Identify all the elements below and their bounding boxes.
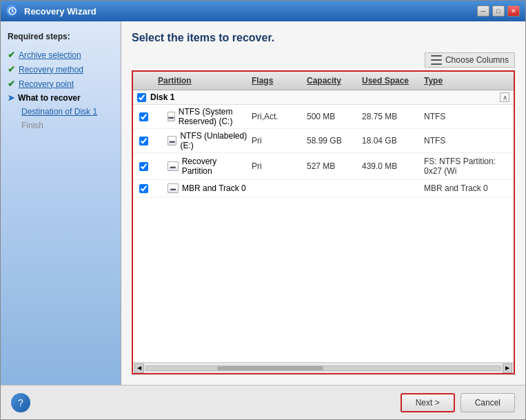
footer: ? Next > Cancel <box>1 385 525 419</box>
col-type[interactable]: Type <box>420 74 514 87</box>
partition-2-used-space: 439.0 MB <box>358 160 420 172</box>
partition-3-capacity <box>303 187 358 190</box>
choose-columns-button[interactable]: Choose Columns <box>425 52 515 68</box>
checkmark-icon: ✔ <box>8 64 15 74</box>
scroll-thumb[interactable] <box>217 366 323 370</box>
partition-name-cell: ▬ MBR and Track 0 <box>154 183 247 193</box>
disk-row-left: Disk 1 <box>137 92 174 102</box>
table-row: ▬ NTFS (System Reserved) (C:) Pri,Act. 5… <box>133 105 514 129</box>
checkmark-icon: ✔ <box>8 50 15 60</box>
next-button[interactable]: Next > <box>401 393 455 412</box>
partition-1-capacity: 58.99 GB <box>303 134 358 147</box>
table-body: Disk 1 ∧ ▬ NTFS (System Reserved) (C:) <box>133 90 514 362</box>
sidebar-item-recovery-method[interactable]: ✔ Recovery method <box>8 64 114 74</box>
partition-0-name: NTFS (System Reserved) (C:) <box>179 107 247 126</box>
partition-1-name: NTFS (Unlabeled) (E:) <box>180 131 247 150</box>
scroll-track[interactable] <box>145 366 501 371</box>
partition-0-flags: Pri,Act. <box>247 110 303 123</box>
partition-2-type: FS: NTFS Partition: 0x27 (Wi <box>420 155 514 177</box>
disk1-label: Disk 1 <box>150 92 174 102</box>
toolbar: Choose Columns <box>132 52 515 68</box>
partition-3-type: MBR and Track 0 <box>420 182 514 194</box>
col-capacity[interactable]: Capacity <box>303 74 358 87</box>
col-flags[interactable]: Flags <box>247 74 303 87</box>
cancel-button[interactable]: Cancel <box>461 393 515 412</box>
col-used-space[interactable]: Used Space <box>358 74 420 87</box>
partition-disk-icon: ▬ <box>168 183 179 193</box>
help-icon: ? <box>18 397 23 408</box>
recovery-method-link[interactable]: Recovery method <box>19 65 83 74</box>
partition-0-checkbox[interactable] <box>139 112 148 121</box>
content-area: Required steps: ✔ Archive selection ✔ Re… <box>1 21 525 385</box>
disk-checkbox-cell[interactable] <box>137 93 146 102</box>
maximize-button[interactable]: □ <box>492 6 505 17</box>
col-check <box>133 74 154 87</box>
partition-check-cell[interactable] <box>133 112 154 121</box>
scroll-left-button[interactable]: ◀ <box>134 363 144 373</box>
partition-name-cell: ▬ NTFS (System Reserved) (C:) <box>154 107 247 126</box>
partition-3-checkbox[interactable] <box>139 184 148 193</box>
disk-collapse-button[interactable]: ∧ <box>500 92 509 102</box>
checkmark-icon: ✔ <box>8 79 15 89</box>
help-button[interactable]: ? <box>11 393 30 412</box>
columns-icon <box>431 55 442 65</box>
partition-3-used-space <box>358 187 420 190</box>
what-to-recover-label: What to recover <box>18 93 81 103</box>
sidebar-item-finish: Finish <box>8 121 114 130</box>
disk-group-row: Disk 1 ∧ <box>133 90 514 105</box>
partition-disk-icon: ▬ <box>168 112 175 121</box>
partition-2-checkbox[interactable] <box>139 162 148 171</box>
page-title: Select the items to recover. <box>132 32 515 44</box>
minimize-button[interactable]: ─ <box>477 6 489 17</box>
choose-columns-label: Choose Columns <box>445 55 509 65</box>
partition-name-cell: ▬ Recovery Partition <box>154 157 247 176</box>
current-arrow-icon: ➤ <box>8 93 14 103</box>
partition-disk-icon: ▬ <box>168 136 176 146</box>
app-icon <box>6 5 19 17</box>
partition-3-name: MBR and Track 0 <box>182 183 246 193</box>
finish-label: Finish <box>21 121 43 130</box>
partition-name-cell: ▬ NTFS (Unlabeled) (E:) <box>154 131 247 150</box>
destination-disk1-link[interactable]: Destination of Disk 1 <box>21 107 97 117</box>
partitions-table: Partition Flags Capacity Used Space Type <box>132 70 515 374</box>
close-button[interactable]: ✕ <box>507 6 520 17</box>
title-buttons: ─ □ ✕ <box>477 6 520 17</box>
partition-check-cell[interactable] <box>133 137 154 146</box>
main-content: Select the items to recover. Choose Colu… <box>121 21 525 385</box>
table-row: ▬ MBR and Track 0 MBR and Track 0 <box>133 180 514 197</box>
partition-2-flags: Pri <box>247 160 303 172</box>
partition-check-cell[interactable] <box>133 162 154 171</box>
sidebar-heading: Required steps: <box>8 32 114 41</box>
partition-1-used-space: 18.04 GB <box>358 134 420 147</box>
partition-1-type: NTFS <box>420 134 514 147</box>
sidebar-item-what-to-recover[interactable]: ➤ What to recover <box>8 93 114 103</box>
scroll-right-button[interactable]: ▶ <box>503 363 512 373</box>
horizontal-scrollbar[interactable]: ◀ ▶ <box>133 362 514 373</box>
sidebar-item-recovery-point[interactable]: ✔ Recovery point <box>8 79 114 89</box>
partition-1-flags: Pri <box>247 134 303 147</box>
footer-buttons: Next > Cancel <box>401 393 515 412</box>
partition-0-capacity: 500 MB <box>303 110 358 123</box>
partition-0-used-space: 28.75 MB <box>358 110 420 123</box>
partition-1-checkbox[interactable] <box>139 137 148 146</box>
archive-selection-link[interactable]: Archive selection <box>19 50 81 60</box>
sidebar-item-archive-selection[interactable]: ✔ Archive selection <box>8 50 114 60</box>
table-row: ▬ NTFS (Unlabeled) (E:) Pri 58.99 GB 18.… <box>133 129 514 153</box>
partition-2-capacity: 527 MB <box>303 160 358 172</box>
sidebar: Required steps: ✔ Archive selection ✔ Re… <box>1 21 121 385</box>
partition-disk-icon: ▬ <box>168 161 179 171</box>
recovery-wizard-window: Recovery Wizard ─ □ ✕ Required steps: ✔ … <box>0 0 526 420</box>
table-header: Partition Flags Capacity Used Space Type <box>133 72 514 90</box>
title-bar: Recovery Wizard ─ □ ✕ <box>1 1 525 21</box>
partition-2-name: Recovery Partition <box>182 157 247 176</box>
disk1-checkbox[interactable] <box>137 93 146 102</box>
recovery-point-link[interactable]: Recovery point <box>19 79 74 89</box>
partition-3-flags <box>247 187 303 190</box>
window-title: Recovery Wizard <box>24 6 97 17</box>
partition-0-type: NTFS <box>420 110 514 123</box>
title-bar-left: Recovery Wizard <box>6 5 97 17</box>
col-partition[interactable]: Partition <box>154 74 247 87</box>
table-row: ▬ Recovery Partition Pri 527 MB 439.0 MB… <box>133 153 514 180</box>
sidebar-item-destination-disk1[interactable]: Destination of Disk 1 <box>8 107 114 117</box>
partition-check-cell[interactable] <box>133 184 154 193</box>
